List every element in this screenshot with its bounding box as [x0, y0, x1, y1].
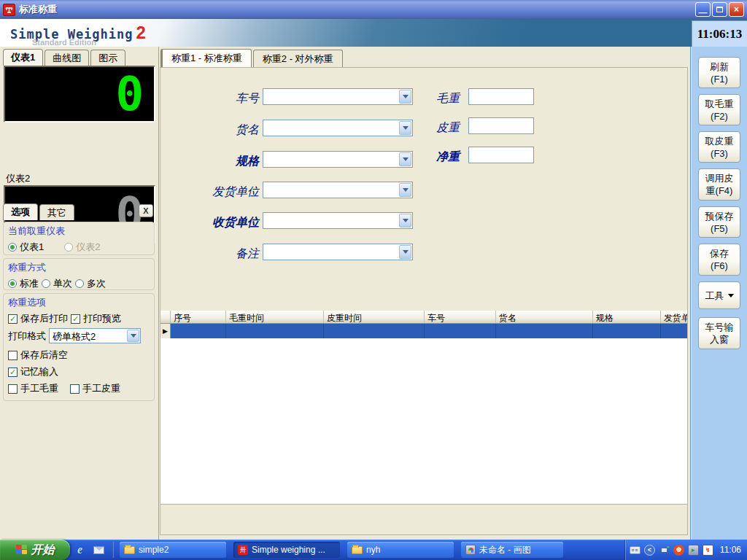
meter1-radio[interactable] — [8, 243, 17, 252]
vehicle-no-label: 车号 — [175, 91, 259, 106]
scale-tray-icon[interactable]: ↯ — [703, 545, 713, 556]
folder-icon — [352, 546, 363, 554]
manual-gross-label: 手工毛重 — [20, 382, 58, 395]
meter1-display: 0 — [4, 66, 155, 122]
mail-icon[interactable] — [93, 546, 104, 554]
print-after-save-label: 保存后打印 — [20, 312, 68, 325]
keyboard-icon[interactable]: ≡≡ — [630, 546, 640, 554]
tab-diagram[interactable]: 图示 — [90, 50, 125, 66]
tools-button[interactable]: 工具 — [698, 281, 740, 309]
taskbar-item-simple2[interactable]: simple2 — [120, 542, 226, 558]
manual-tare-checkbox[interactable] — [70, 384, 80, 394]
taskbar-item-simple-weighing[interactable]: 卅 Simple weighing ... — [233, 542, 340, 558]
get-tare-button[interactable]: 取皮重(F3) — [698, 131, 740, 163]
recall-tare-button[interactable]: 调用皮重(F4) — [698, 168, 740, 201]
col-gross-time[interactable]: 毛重时间 — [226, 311, 324, 323]
database-icon[interactable] — [688, 545, 699, 556]
tab-curve[interactable]: 曲线图 — [44, 50, 89, 66]
mode-multi-label: 多次 — [87, 277, 106, 290]
meter2-radio[interactable] — [64, 243, 73, 252]
tab-options[interactable]: 选项 — [3, 203, 38, 220]
print-format-combo[interactable]: 磅单格式2 — [49, 328, 141, 343]
col-vehicle[interactable]: 车号 — [425, 311, 496, 323]
mode-standard-label: 标准 — [20, 277, 39, 290]
main-area: 称重1 - 标准称重 称重2 - 对外称重 车号 货名 规格 发货单位 收货单位… — [159, 47, 690, 540]
save-button[interactable]: 保存(F6) — [698, 244, 740, 276]
taskbar-item-nyh[interactable]: nyh — [347, 542, 454, 558]
mode-standard-radio[interactable] — [8, 279, 17, 288]
weighing-app-icon: 卅 — [238, 545, 248, 555]
tab-meter1[interactable]: 仪表1 — [3, 49, 43, 66]
net-weight-input[interactable] — [468, 147, 534, 163]
close-button[interactable]: × — [729, 2, 744, 17]
meter1-value: 0 — [115, 67, 144, 121]
app-header: Simple Weighing2 Standard Edition — [0, 19, 747, 47]
memory-input-checkbox[interactable]: ✓ — [8, 368, 18, 377]
col-shipper[interactable]: 发货单位 — [661, 311, 687, 323]
get-gross-button[interactable]: 取毛重(F2) — [698, 94, 740, 125]
mode-single-radio[interactable] — [42, 279, 50, 288]
security-icon[interactable] — [673, 545, 684, 556]
vehicle-input-window-button[interactable]: 车号输入窗 — [698, 317, 740, 349]
clear-after-save-checkbox[interactable] — [8, 351, 18, 360]
browser-icon[interactable]: e — [77, 544, 89, 556]
chevron-down-icon[interactable] — [399, 214, 411, 228]
taskbar-divider — [112, 542, 114, 558]
language-bar-icon[interactable]: < — [644, 545, 655, 556]
weigh1-page: 车号 货名 规格 发货单位 收货单位 备注 毛重 皮重 净重 — [160, 67, 688, 535]
chevron-down-icon[interactable] — [399, 245, 411, 259]
network-icon[interactable]: “ — [659, 545, 670, 556]
weigh-options-group-title: 称重选项 — [8, 296, 150, 309]
edition-label: Standard Edition — [32, 38, 96, 47]
paint-icon — [465, 545, 476, 555]
weigh-form: 车号 货名 规格 发货单位 收货单位 备注 毛重 皮重 净重 — [160, 68, 687, 311]
dropdown-arrow-icon — [728, 294, 734, 298]
table-row[interactable]: ▶ — [160, 324, 687, 338]
print-preview-checkbox[interactable]: ✓ — [71, 314, 80, 324]
print-after-save-checkbox[interactable]: ✓ — [8, 314, 18, 324]
refresh-button[interactable]: 刷新(F1) — [698, 57, 740, 88]
tab-weigh1[interactable]: 称重1 - 标准称重 — [160, 49, 252, 67]
taskbar-clock: 11:06 — [720, 545, 741, 555]
col-spec[interactable]: 规格 — [593, 311, 661, 323]
weigh-mode-group: 称重方式 标准 单次 多次 — [3, 258, 155, 290]
tab-other[interactable]: 其它 — [39, 204, 74, 220]
meter1-radio-label: 仪表1 — [20, 241, 44, 254]
clock-display: 11:06:13 — [692, 20, 747, 47]
receiver-label: 收货单位 — [175, 215, 259, 230]
col-seq[interactable]: 序号 — [171, 311, 226, 323]
chevron-down-icon[interactable] — [127, 330, 139, 342]
tare-weight-input[interactable] — [468, 117, 534, 134]
taskbar: 开始 e simple2 卅 Simple weighing ... nyh 未… — [0, 540, 747, 560]
taskbar-item-paint[interactable]: 未命名 - 画图 — [461, 542, 563, 558]
title-bar: 标准称重 — × — [0, 0, 747, 19]
gross-weight-input[interactable] — [468, 88, 534, 105]
print-preview-label: 打印预览 — [83, 312, 121, 325]
receiver-combo[interactable] — [263, 212, 413, 229]
tare-weight-label: 皮重 — [379, 120, 460, 136]
start-button[interactable]: 开始 — [0, 540, 70, 560]
goods-name-label: 货名 — [175, 122, 259, 138]
manual-tare-label: 手工皮重 — [82, 382, 120, 395]
col-tare-time[interactable]: 皮重时间 — [324, 311, 425, 323]
print-format-label: 打印格式 — [8, 330, 46, 343]
shipper-combo[interactable] — [263, 182, 413, 198]
tab-weigh2[interactable]: 称重2 - 对外称重 — [253, 50, 343, 67]
mode-multi-radio[interactable] — [75, 279, 84, 288]
gross-weight-label: 毛重 — [379, 91, 460, 106]
mode-single-label: 单次 — [53, 277, 72, 290]
minimize-button[interactable]: — — [695, 2, 711, 17]
remark-combo[interactable] — [263, 244, 413, 260]
presave-button[interactable]: 预保存(F5) — [698, 206, 740, 238]
options-close-button[interactable]: X — [139, 204, 153, 217]
left-panel: 仪表1 曲线图 图示 0 仪表2 0 选项 其它 X 当前取重仪表 仪表1 仪表… — [0, 47, 159, 540]
memory-input-label: 记忆输入 — [20, 365, 58, 378]
row-indicator-icon: ▶ — [163, 327, 168, 335]
app-icon — [3, 4, 15, 16]
windows-logo-icon — [16, 545, 28, 555]
chevron-down-icon[interactable] — [399, 183, 411, 197]
manual-gross-checkbox[interactable] — [8, 384, 18, 394]
col-goods[interactable]: 货名 — [496, 311, 593, 323]
brand-version: 2 — [136, 23, 147, 42]
restore-button[interactable] — [712, 2, 727, 17]
